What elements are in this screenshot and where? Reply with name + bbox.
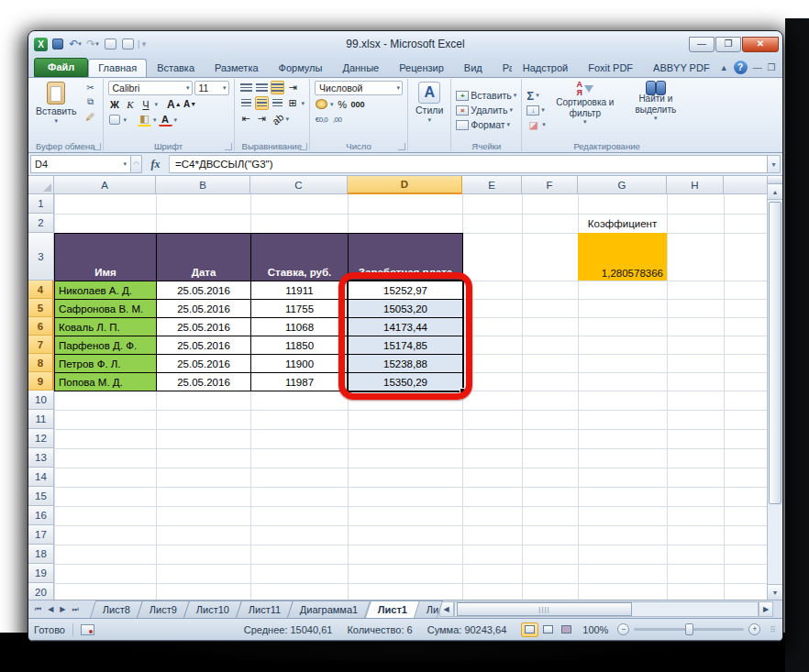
align-center-icon[interactable] (255, 96, 269, 110)
column-header-E[interactable]: E (462, 176, 522, 194)
copy-icon[interactable]: ⧉ (83, 95, 98, 108)
tab-file[interactable]: Файл (34, 58, 88, 77)
percent-style-icon[interactable]: % (336, 97, 349, 111)
rate-cell[interactable]: 11911 (250, 281, 349, 300)
vscroll-track[interactable] (768, 200, 782, 584)
alignment-dialog-launcher-icon[interactable] (300, 143, 307, 150)
format-painter-icon[interactable]: 🖉 (83, 110, 98, 123)
macro-record-icon[interactable] (81, 624, 94, 635)
increase-indent-icon[interactable]: ⇥ (255, 112, 269, 126)
vertical-scrollbar[interactable]: ▲ ▼ (767, 176, 782, 600)
spreadsheet-grid[interactable]: ABCDEFGH1234567891011121314151617181920К… (28, 176, 767, 600)
align-bottom-icon[interactable] (271, 81, 284, 94)
sheet-tab-Лист11[interactable]: Лист11 (236, 600, 294, 618)
page-break-view-icon[interactable] (558, 622, 575, 637)
tab-razmetka[interactable]: Разметка (205, 59, 269, 77)
salary-cell[interactable]: 15053,20 (348, 299, 463, 318)
zoom-in-icon[interactable]: + (748, 623, 760, 635)
row-header-1[interactable]: 1 (28, 194, 54, 214)
page-layout-view-icon[interactable] (539, 622, 557, 637)
decrease-indent-icon[interactable]: ⇤ (239, 112, 253, 126)
row-header-7[interactable]: 7 (28, 336, 54, 354)
tab-vid[interactable]: Вид (454, 59, 493, 77)
sheet-tab-Диаграмма1[interactable]: Диаграмма1 (287, 600, 371, 618)
name-box-split[interactable]: ◠ (131, 155, 142, 173)
merge-center-icon[interactable]: ⊞ (286, 96, 300, 110)
rate-cell[interactable]: 11900 (250, 354, 349, 373)
sheet-tab-Лист8[interactable]: Лист8 (90, 600, 143, 618)
zoom-track[interactable] (634, 628, 744, 631)
last-sheet-icon[interactable]: ⏭ (70, 605, 82, 614)
column-header-B[interactable]: B (156, 176, 250, 194)
name-cell[interactable]: Сафронова В. М. (54, 299, 157, 318)
clear-button[interactable]: ◪▾ (526, 118, 546, 132)
name-cell[interactable]: Николаев А. Д. (54, 281, 157, 300)
number-dialog-launcher-icon[interactable] (398, 143, 405, 150)
sheet-tab-Лист10[interactable]: Лист10 (183, 600, 242, 618)
workbook-restore-icon[interactable]: ❐ (768, 62, 776, 72)
comma-style-icon[interactable]: 000 (351, 97, 365, 111)
tab-abbyy-pdf[interactable]: ABBYY PDF (643, 59, 720, 77)
borders-icon[interactable] (108, 113, 122, 127)
coefficient-value-cell[interactable]: 1,280578366 (578, 233, 667, 281)
autosum-button[interactable]: Σ▾ (526, 89, 546, 103)
salary-cell[interactable]: 15252,97 (348, 281, 463, 300)
font-dialog-launcher-icon[interactable] (225, 143, 232, 150)
minimize-button[interactable]: — (689, 37, 715, 52)
bold-button[interactable]: Ж (108, 97, 122, 111)
column-header-G[interactable]: G (578, 176, 667, 194)
align-right-icon[interactable] (271, 96, 284, 110)
number-format-combo[interactable]: Числовой▾ (315, 81, 403, 95)
align-middle-icon[interactable] (255, 81, 269, 94)
row-header-6[interactable]: 6 (28, 317, 54, 336)
row-header-16[interactable]: 16 (28, 506, 54, 525)
scroll-up-icon[interactable]: ▲ (768, 184, 782, 200)
insert-cells-button[interactable]: +Вставить▾ (456, 90, 516, 101)
rate-cell[interactable]: 11850 (250, 336, 349, 355)
salary-cell[interactable]: 15350,29 (348, 372, 463, 391)
help-icon[interactable]: ? (734, 61, 748, 74)
accounting-format-icon[interactable] (315, 97, 328, 111)
row-header-19[interactable]: 19 (28, 564, 54, 583)
row-header-12[interactable]: 12 (28, 429, 54, 448)
tab-vstavka[interactable]: Вставка (147, 59, 205, 77)
row-header-18[interactable]: 18 (28, 545, 54, 564)
paste-button[interactable]: Вставить ▾ (33, 81, 80, 139)
table-header-cell[interactable]: Заработная плата (348, 233, 463, 281)
scroll-down-icon[interactable]: ▼ (768, 584, 782, 600)
italic-button[interactable]: К (124, 97, 138, 111)
tab-foxit-pdf[interactable]: Foxit PDF (578, 59, 643, 77)
expand-formula-bar-icon[interactable]: ▾ (768, 155, 781, 173)
sheet-tab-Лист9[interactable]: Лист9 (137, 600, 190, 618)
column-header-H[interactable]: H (667, 176, 724, 194)
close-button[interactable]: ✕ (742, 37, 779, 52)
restore-button[interactable]: ❐ (715, 37, 741, 52)
underline-button[interactable]: Ч (139, 97, 153, 111)
row-header-9[interactable]: 9 (28, 372, 54, 391)
zoom-out-icon[interactable]: − (617, 623, 629, 635)
zoom-thumb[interactable] (685, 623, 693, 635)
select-all-button[interactable] (28, 176, 54, 194)
tab-glavnaya[interactable]: Главная (88, 59, 147, 77)
tab-splitter[interactable] (773, 600, 782, 618)
row-header-3[interactable]: 3 (28, 233, 54, 281)
row-header-15[interactable]: 15 (28, 487, 54, 506)
row-header-13[interactable]: 13 (28, 448, 54, 468)
salary-cell[interactable]: 15174,85 (348, 336, 463, 355)
table-header-cell[interactable]: Имя (54, 233, 157, 281)
date-cell[interactable]: 25.05.2016 (156, 299, 251, 318)
rate-cell[interactable]: 11755 (250, 299, 349, 318)
row-header-20[interactable]: 20 (28, 583, 54, 600)
sort-filter-button[interactable]: АЯ Сортировка и фильтр▾ (549, 81, 621, 139)
grow-font-button[interactable]: А▲ (167, 97, 182, 111)
normal-view-icon[interactable] (521, 622, 538, 637)
name-cell[interactable]: Коваль Л. П. (54, 317, 157, 336)
zoom-level[interactable]: 100% (582, 624, 608, 635)
name-cell[interactable]: Петров Ф. Л. (54, 354, 157, 373)
date-cell[interactable]: 25.05.2016 (156, 317, 251, 336)
hscroll-right-icon[interactable]: ▶ (759, 601, 773, 617)
first-sheet-icon[interactable]: ⏮ (32, 605, 44, 614)
insert-function-icon[interactable]: fx (142, 155, 170, 173)
fill-button[interactable]: ↓▾ (526, 105, 546, 116)
name-box[interactable]: D4▾ (30, 155, 131, 173)
